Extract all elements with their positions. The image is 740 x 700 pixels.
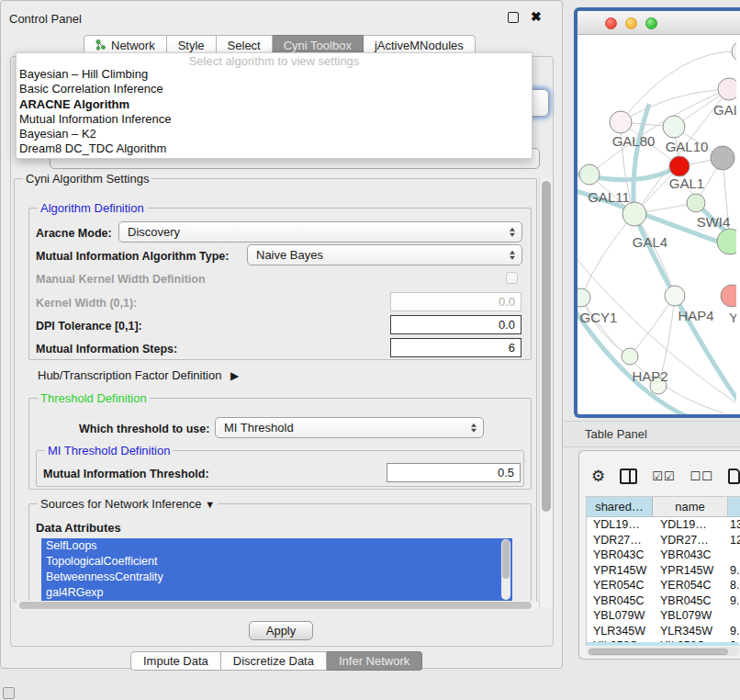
document-icon[interactable] bbox=[728, 469, 740, 484]
dpi-tolerance-field[interactable]: 0.0 bbox=[390, 315, 521, 334]
hub-definition-toggle[interactable]: Hub/Transcription Factor Definition ▶ bbox=[38, 368, 239, 382]
node-swi4[interactable] bbox=[687, 194, 705, 212]
node-gal80[interactable] bbox=[610, 111, 632, 133]
table-row[interactable]: YDR27…YDR27…12 bbox=[587, 533, 740, 548]
select-all-checkboxes-icon[interactable]: ☑☑ bbox=[652, 469, 675, 483]
minimize-window-icon[interactable] bbox=[625, 17, 637, 29]
network-canvas[interactable]: GAL GAL80 GAL10 GAL1 GAL11 SWI4 GAL4 GCY… bbox=[577, 35, 736, 414]
mi-steps-field[interactable]: 6 bbox=[390, 338, 521, 357]
sources-group-label[interactable]: Sources for Network Inference ▼ bbox=[38, 497, 218, 511]
stepper-icon bbox=[510, 250, 515, 260]
dropdown-item-selected[interactable]: ARACNE Algorithm bbox=[17, 97, 532, 112]
mi-threshold-label: Mutual Information Threshold: bbox=[43, 468, 209, 480]
table-header-row: shared… name bbox=[587, 497, 740, 517]
network-labels: GAL GAL80 GAL10 GAL1 GAL11 SWI4 GAL4 GCY… bbox=[580, 102, 736, 384]
manual-kernel-width-checkbox[interactable] bbox=[506, 272, 518, 284]
chevron-down-icon: ▼ bbox=[205, 499, 215, 510]
node-gal[interactable] bbox=[718, 78, 736, 100]
node-label: GAL bbox=[713, 102, 736, 118]
node[interactable] bbox=[732, 41, 736, 62]
network-icon bbox=[95, 40, 107, 51]
table-row[interactable]: YBL079WYBL079W bbox=[587, 608, 740, 624]
table-row[interactable]: YLR345WYLR345W9. bbox=[587, 624, 740, 639]
node-label: GAL11 bbox=[588, 189, 630, 205]
gear-icon[interactable]: ⚙ bbox=[591, 467, 605, 486]
table-row[interactable]: YBR043CYBR043C bbox=[587, 548, 740, 563]
deselect-all-checkboxes-icon[interactable]: ☐☐ bbox=[690, 469, 713, 483]
bottom-tabbar: Impute Data Discretize Data Infer Networ… bbox=[130, 651, 422, 671]
column-header-shared-name[interactable]: shared… bbox=[587, 497, 653, 516]
which-threshold-combobox[interactable]: MI Threshold bbox=[215, 417, 484, 438]
node-hap4[interactable] bbox=[665, 286, 685, 306]
dpi-tolerance-label: DPI Tolerance [0,1]: bbox=[36, 320, 142, 333]
kernel-width-label: Kernel Width (0,1): bbox=[36, 297, 137, 310]
float-panel-icon[interactable] bbox=[508, 12, 519, 23]
node-gray[interactable] bbox=[711, 146, 734, 170]
table-hscrollbar-thumb[interactable] bbox=[589, 649, 728, 655]
mi-threshold-field[interactable]: 0.5 bbox=[387, 463, 521, 482]
table-row[interactable]: YPR145WYPR145W9. bbox=[587, 563, 740, 579]
column-header-name[interactable]: name bbox=[653, 497, 728, 516]
node-red[interactable] bbox=[669, 156, 690, 176]
list-item[interactable]: TopologicalCoefficient bbox=[41, 554, 512, 570]
dropdown-item[interactable]: Bayesian – Hill Climbing bbox=[17, 67, 532, 82]
table-row[interactable]: YBR045CYBR045C9. bbox=[587, 593, 740, 609]
list-item[interactable]: BetweennessCentrality bbox=[41, 570, 512, 585]
node-label: GAL4 bbox=[633, 234, 667, 250]
selected-row-sliver bbox=[587, 642, 739, 646]
cyni-algorithm-settings-label: Cyni Algorithm Settings bbox=[23, 172, 151, 186]
node-salmon[interactable] bbox=[721, 285, 736, 307]
node-gcy1[interactable] bbox=[577, 288, 590, 307]
dropdown-item[interactable]: Basic Correlation Inference bbox=[17, 82, 532, 96]
dropdown-placeholder: Select algorithm to view settings bbox=[17, 53, 532, 67]
hub-definition-label: Hub/Transcription Factor Definition bbox=[38, 368, 221, 382]
node-table: shared… name YDL19…YDL19…13 YDR27…YDR27…… bbox=[586, 496, 740, 646]
stepper-icon bbox=[510, 227, 515, 237]
node-label: HAP4 bbox=[678, 308, 713, 323]
table-row[interactable]: YDL19…YDL19…13 bbox=[587, 517, 740, 533]
split-columns-icon[interactable] bbox=[620, 469, 637, 484]
node-label: SWI4 bbox=[697, 214, 731, 230]
stepper-icon bbox=[471, 423, 477, 433]
aracne-mode-combobox[interactable]: Discovery bbox=[118, 221, 522, 243]
which-threshold-value: MI Threshold bbox=[224, 421, 294, 435]
column-header[interactable] bbox=[728, 497, 740, 516]
settings-hscrollbar-thumb[interactable] bbox=[19, 602, 532, 609]
dropdown-item[interactable]: Mutual Information Inference bbox=[17, 112, 532, 127]
zoom-window-icon[interactable] bbox=[645, 17, 657, 29]
kernel-width-field[interactable]: 0.0 bbox=[390, 292, 521, 311]
dropdown-item[interactable]: Bayesian – K2 bbox=[17, 127, 532, 141]
control-panel-title: Control Panel bbox=[9, 12, 82, 26]
tab-impute-data[interactable]: Impute Data bbox=[130, 651, 221, 671]
list-item[interactable]: SelfLoops bbox=[41, 538, 512, 554]
node-label: GCY1 bbox=[580, 310, 618, 325]
dropdown-item[interactable]: Dream8 DC_TDC Algorithm bbox=[17, 141, 532, 156]
node-label: Y bbox=[729, 310, 736, 325]
list-item[interactable]: gal4RGexp bbox=[41, 585, 512, 601]
node-gal10[interactable] bbox=[663, 116, 685, 138]
node-gal11[interactable] bbox=[579, 164, 600, 185]
algorithm-dropdown-list: Select algorithm to view settings Bayesi… bbox=[16, 52, 533, 159]
node-gal4[interactable] bbox=[622, 202, 646, 226]
algorithm-definition-label: Algorithm Definition bbox=[38, 201, 147, 215]
close-panel-icon[interactable]: ✖ bbox=[531, 9, 542, 24]
tab-network-label: Network bbox=[111, 39, 155, 52]
data-attributes-list[interactable]: SelfLoops TopologicalCoefficient Between… bbox=[41, 538, 512, 601]
attributes-scrollbar-thumb[interactable] bbox=[502, 540, 510, 579]
panel-corner-icon[interactable] bbox=[3, 687, 15, 699]
table-toolbar: ⚙ ☑☑ ☐☐ bbox=[591, 465, 740, 487]
tab-discretize-data[interactable]: Discretize Data bbox=[221, 651, 327, 671]
apply-button[interactable]: Apply bbox=[249, 621, 313, 640]
table-row[interactable]: YER054CYER054C8. bbox=[587, 578, 740, 593]
close-window-icon[interactable] bbox=[605, 17, 617, 29]
mi-threshold-group-label: MI Threshold Definition bbox=[45, 444, 173, 457]
mi-algorithm-type-combobox[interactable]: Naive Bayes bbox=[247, 244, 522, 265]
network-window-titlebar[interactable] bbox=[577, 11, 740, 35]
tab-infer-network[interactable]: Infer Network bbox=[327, 651, 422, 671]
node-label: GAL80 bbox=[612, 133, 656, 149]
node-hap2[interactable] bbox=[622, 348, 638, 365]
mi-steps-label: Mutual Information Steps: bbox=[36, 343, 177, 356]
aracne-mode-label: Aracne Mode: bbox=[36, 227, 112, 240]
settings-scrollbar-thumb[interactable] bbox=[542, 181, 551, 512]
node-green-large[interactable] bbox=[717, 229, 736, 254]
